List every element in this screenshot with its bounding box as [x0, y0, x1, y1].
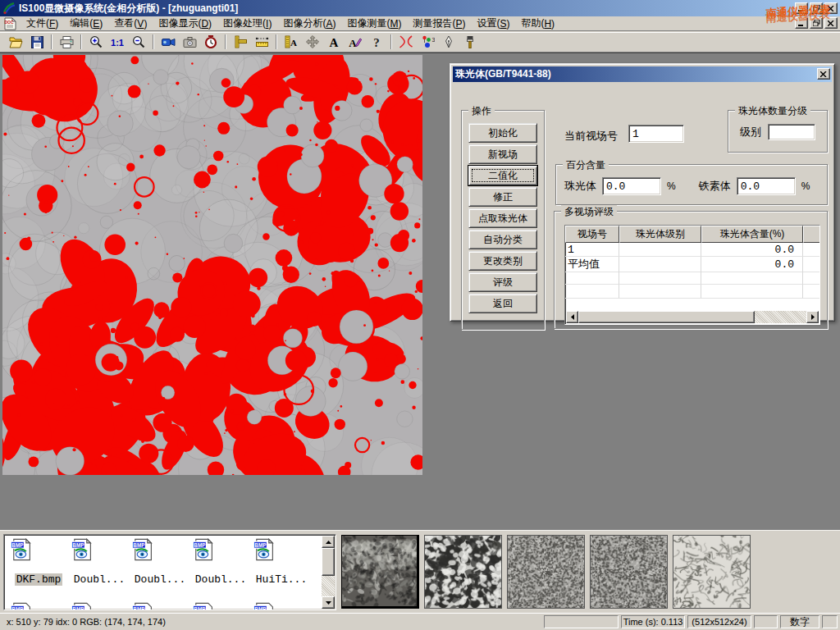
menu-image-display[interactable]: 图像显示(D) — [153, 17, 217, 30]
table-row[interactable] — [565, 285, 819, 299]
new-field-button[interactable]: 新视场 — [468, 144, 537, 164]
menu-settings[interactable]: 设置(S) — [471, 17, 515, 30]
title-bar: IS100显微摄像系统(金相分析版) - [zhuguangti01] — [0, 0, 840, 16]
mdi-minimize-button[interactable] — [795, 17, 808, 29]
col-ferrite[interactable]: 铁素体 — [803, 226, 820, 243]
still-camera-button[interactable] — [180, 33, 199, 51]
rating-table-label: 多视场评级 — [561, 205, 617, 219]
dialog-close-button[interactable] — [817, 68, 830, 80]
zoom-out-button[interactable] — [129, 33, 148, 51]
file-item[interactable]: BMP HuiTi... — [252, 538, 311, 586]
svg-text:1:1: 1:1 — [111, 38, 124, 48]
file-item[interactable]: BMP — [252, 602, 311, 610]
col-field-no[interactable]: 视场号 — [565, 226, 619, 243]
svg-text:BMP: BMP — [254, 606, 266, 610]
grade-input[interactable] — [768, 124, 815, 140]
file-item[interactable]: BMP Doubl... — [70, 538, 129, 586]
menu-report[interactable]: 测量报告(P) — [407, 17, 471, 30]
file-name[interactable]: HuiTi... — [254, 573, 308, 586]
menu-edit[interactable]: 编辑(E) — [64, 17, 108, 30]
col-pearlite-content[interactable]: 珠光体含量(%) — [701, 226, 803, 243]
menu-image-measure[interactable]: 图像测量(M) — [341, 17, 407, 30]
save-button[interactable] — [27, 33, 47, 51]
file-name[interactable]: Doubl... — [194, 573, 248, 586]
document-icon[interactable]: DOC — [3, 17, 18, 30]
table-row[interactable] — [565, 271, 819, 285]
metallograph-image[interactable] — [2, 55, 422, 475]
text-a-button[interactable]: A — [324, 33, 344, 51]
caliper-button[interactable] — [231, 33, 250, 51]
calibrate-ruler-button[interactable]: A — [281, 33, 301, 51]
file-item[interactable]: BMP Doubl... — [130, 538, 189, 586]
scroll-up-button[interactable] — [322, 536, 335, 548]
file-item[interactable]: BMP — [70, 602, 129, 610]
measure-line-button[interactable] — [252, 33, 272, 51]
return-button[interactable]: 返回 — [468, 294, 537, 313]
bmp-file-icon: BMP — [70, 538, 94, 561]
menu-help[interactable]: 帮助(H) — [515, 17, 560, 30]
file-item[interactable]: BMP — [130, 602, 189, 610]
change-class-button[interactable]: 更改类别 — [468, 251, 537, 271]
file-name[interactable]: Doubl... — [72, 573, 126, 586]
file-item[interactable]: BMP — [191, 602, 250, 610]
minimize-button[interactable] — [795, 2, 808, 14]
thumbnail-image[interactable] — [507, 535, 585, 609]
thumbnail-image[interactable] — [341, 535, 419, 609]
help-button[interactable]: ? — [367, 33, 386, 51]
picker-pen-button[interactable] — [439, 33, 459, 51]
curve-cut-button[interactable] — [396, 33, 416, 51]
file-item[interactable]: BMP Doubl... — [191, 538, 250, 586]
annotate-button[interactable]: A — [345, 33, 365, 51]
file-name[interactable]: DKF.bmp — [15, 573, 63, 586]
file-list-scrollbar[interactable] — [322, 536, 335, 609]
print-button[interactable] — [57, 33, 76, 51]
menu-view[interactable]: 查看(V) — [108, 17, 153, 30]
pick-pearlite-button[interactable]: 点取珠光体 — [468, 208, 537, 228]
svg-text:BMP: BMP — [133, 542, 144, 548]
col-pearlite-grade[interactable]: 珠光体级别 — [619, 226, 701, 243]
scroll-right-button[interactable] — [806, 311, 819, 323]
menu-image-analysis[interactable]: 图像分析(A) — [277, 17, 341, 30]
toolbar-separator — [225, 34, 226, 49]
binarize-button[interactable]: 二值化 — [468, 166, 537, 185]
scroll-down-button[interactable] — [322, 596, 335, 609]
ferrite-percent-input[interactable]: 0.0 — [737, 177, 796, 195]
timer-button[interactable] — [201, 33, 221, 51]
close-button[interactable] — [824, 2, 838, 14]
correct-button[interactable]: 修正 — [468, 187, 537, 207]
rate-button[interactable]: 评级 — [468, 272, 537, 292]
dialog-title-bar[interactable]: 珠光体(GB/T9441-88) — [453, 66, 832, 82]
table-row[interactable]: 10.0 — [565, 243, 819, 257]
grade-group: 珠光体数量分级 级别 — [728, 110, 828, 153]
scroll-thumb[interactable] — [578, 311, 755, 323]
actual-size-button[interactable]: 1:1 — [107, 33, 127, 51]
video-camera-button[interactable] — [158, 33, 178, 51]
init-button[interactable]: 初始化 — [468, 123, 537, 143]
window-title: IS100显微摄像系统(金相分析版) - [zhuguangti01] — [19, 2, 238, 16]
auto-classify-button[interactable]: 自动分类 — [468, 230, 537, 249]
pearlite-percent-input[interactable]: 0.0 — [602, 177, 661, 195]
thumbnail-image[interactable] — [424, 535, 502, 609]
file-item[interactable]: BMP — [9, 602, 68, 610]
bmp-file-icon: BMP — [252, 602, 276, 610]
move-cross-button[interactable] — [303, 33, 322, 51]
table-row[interactable]: 平均值0.0 — [565, 257, 819, 271]
paint-brush-button[interactable] — [460, 33, 480, 51]
scroll-thumb[interactable] — [322, 548, 335, 576]
current-view-input[interactable]: 1 — [628, 125, 684, 143]
mdi-restore-button[interactable] — [810, 17, 823, 29]
zoom-in-button[interactable] — [86, 33, 106, 51]
classify-balls-button[interactable]: 3 — [418, 33, 437, 51]
scroll-left-button[interactable] — [566, 311, 578, 323]
table-horizontal-scrollbar[interactable] — [566, 311, 819, 323]
mdi-close-button[interactable] — [824, 17, 838, 29]
thumbnail-image[interactable] — [590, 535, 668, 609]
thumbnail-image[interactable] — [673, 535, 751, 609]
status-panel-empty — [544, 615, 619, 628]
file-name[interactable]: Doubl... — [133, 573, 187, 586]
restore-button[interactable] — [810, 2, 823, 14]
open-button[interactable] — [6, 33, 25, 51]
menu-image-process[interactable]: 图像处理(I) — [217, 17, 277, 30]
menu-file[interactable]: 文件(F) — [21, 17, 64, 30]
file-item[interactable]: BMP DKF.bmp — [9, 538, 68, 586]
